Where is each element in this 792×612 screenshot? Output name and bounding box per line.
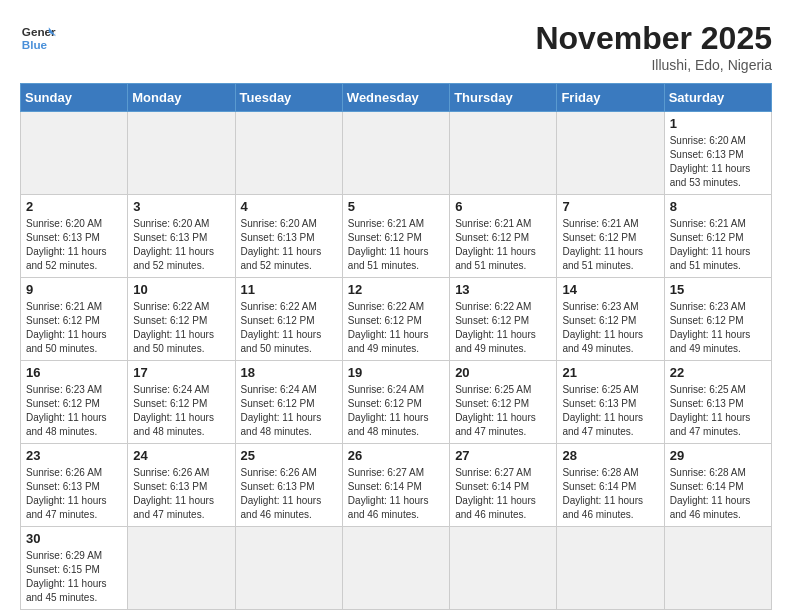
- calendar-day-cell: 20Sunrise: 6:25 AMSunset: 6:12 PMDayligh…: [450, 361, 557, 444]
- day-info: Sunrise: 6:25 AMSunset: 6:13 PMDaylight:…: [562, 383, 658, 439]
- calendar-day-cell: [342, 112, 449, 195]
- day-number: 11: [241, 282, 337, 297]
- day-number: 15: [670, 282, 766, 297]
- day-info: Sunrise: 6:22 AMSunset: 6:12 PMDaylight:…: [241, 300, 337, 356]
- day-info: Sunrise: 6:23 AMSunset: 6:12 PMDaylight:…: [562, 300, 658, 356]
- day-info: Sunrise: 6:22 AMSunset: 6:12 PMDaylight:…: [348, 300, 444, 356]
- calendar-week-row: 2Sunrise: 6:20 AMSunset: 6:13 PMDaylight…: [21, 195, 772, 278]
- day-info: Sunrise: 6:20 AMSunset: 6:13 PMDaylight:…: [670, 134, 766, 190]
- calendar-week-row: 16Sunrise: 6:23 AMSunset: 6:12 PMDayligh…: [21, 361, 772, 444]
- calendar-header-saturday: Saturday: [664, 84, 771, 112]
- day-number: 12: [348, 282, 444, 297]
- calendar-day-cell: [450, 527, 557, 610]
- day-number: 30: [26, 531, 122, 546]
- calendar-day-cell: 9Sunrise: 6:21 AMSunset: 6:12 PMDaylight…: [21, 278, 128, 361]
- location: Illushi, Edo, Nigeria: [535, 57, 772, 73]
- day-info: Sunrise: 6:29 AMSunset: 6:15 PMDaylight:…: [26, 549, 122, 605]
- calendar-header-row: SundayMondayTuesdayWednesdayThursdayFrid…: [21, 84, 772, 112]
- day-number: 17: [133, 365, 229, 380]
- calendar-day-cell: 15Sunrise: 6:23 AMSunset: 6:12 PMDayligh…: [664, 278, 771, 361]
- day-number: 13: [455, 282, 551, 297]
- day-info: Sunrise: 6:21 AMSunset: 6:12 PMDaylight:…: [455, 217, 551, 273]
- day-number: 27: [455, 448, 551, 463]
- day-info: Sunrise: 6:26 AMSunset: 6:13 PMDaylight:…: [241, 466, 337, 522]
- calendar-day-cell: 4Sunrise: 6:20 AMSunset: 6:13 PMDaylight…: [235, 195, 342, 278]
- calendar-day-cell: 21Sunrise: 6:25 AMSunset: 6:13 PMDayligh…: [557, 361, 664, 444]
- calendar-day-cell: [557, 527, 664, 610]
- day-number: 14: [562, 282, 658, 297]
- calendar-day-cell: 7Sunrise: 6:21 AMSunset: 6:12 PMDaylight…: [557, 195, 664, 278]
- day-info: Sunrise: 6:22 AMSunset: 6:12 PMDaylight:…: [133, 300, 229, 356]
- calendar-day-cell: 27Sunrise: 6:27 AMSunset: 6:14 PMDayligh…: [450, 444, 557, 527]
- day-info: Sunrise: 6:26 AMSunset: 6:13 PMDaylight:…: [26, 466, 122, 522]
- calendar-day-cell: 8Sunrise: 6:21 AMSunset: 6:12 PMDaylight…: [664, 195, 771, 278]
- day-number: 9: [26, 282, 122, 297]
- calendar-day-cell: 1Sunrise: 6:20 AMSunset: 6:13 PMDaylight…: [664, 112, 771, 195]
- day-number: 16: [26, 365, 122, 380]
- calendar-day-cell: 19Sunrise: 6:24 AMSunset: 6:12 PMDayligh…: [342, 361, 449, 444]
- day-info: Sunrise: 6:28 AMSunset: 6:14 PMDaylight:…: [670, 466, 766, 522]
- calendar-header-tuesday: Tuesday: [235, 84, 342, 112]
- day-info: Sunrise: 6:21 AMSunset: 6:12 PMDaylight:…: [348, 217, 444, 273]
- day-info: Sunrise: 6:27 AMSunset: 6:14 PMDaylight:…: [455, 466, 551, 522]
- day-number: 21: [562, 365, 658, 380]
- day-number: 19: [348, 365, 444, 380]
- day-info: Sunrise: 6:25 AMSunset: 6:13 PMDaylight:…: [670, 383, 766, 439]
- day-number: 20: [455, 365, 551, 380]
- calendar-day-cell: 25Sunrise: 6:26 AMSunset: 6:13 PMDayligh…: [235, 444, 342, 527]
- day-number: 28: [562, 448, 658, 463]
- calendar-day-cell: 14Sunrise: 6:23 AMSunset: 6:12 PMDayligh…: [557, 278, 664, 361]
- calendar-day-cell: 16Sunrise: 6:23 AMSunset: 6:12 PMDayligh…: [21, 361, 128, 444]
- calendar-day-cell: [235, 112, 342, 195]
- calendar-day-cell: 26Sunrise: 6:27 AMSunset: 6:14 PMDayligh…: [342, 444, 449, 527]
- calendar-day-cell: 12Sunrise: 6:22 AMSunset: 6:12 PMDayligh…: [342, 278, 449, 361]
- day-info: Sunrise: 6:24 AMSunset: 6:12 PMDaylight:…: [133, 383, 229, 439]
- calendar-header-sunday: Sunday: [21, 84, 128, 112]
- calendar-day-cell: 17Sunrise: 6:24 AMSunset: 6:12 PMDayligh…: [128, 361, 235, 444]
- calendar-day-cell: 18Sunrise: 6:24 AMSunset: 6:12 PMDayligh…: [235, 361, 342, 444]
- day-number: 8: [670, 199, 766, 214]
- day-number: 18: [241, 365, 337, 380]
- day-number: 26: [348, 448, 444, 463]
- calendar-day-cell: 10Sunrise: 6:22 AMSunset: 6:12 PMDayligh…: [128, 278, 235, 361]
- day-number: 3: [133, 199, 229, 214]
- calendar-day-cell: 22Sunrise: 6:25 AMSunset: 6:13 PMDayligh…: [664, 361, 771, 444]
- calendar-day-cell: [235, 527, 342, 610]
- day-number: 5: [348, 199, 444, 214]
- calendar-day-cell: [128, 527, 235, 610]
- month-title: November 2025: [535, 20, 772, 57]
- day-number: 23: [26, 448, 122, 463]
- day-info: Sunrise: 6:25 AMSunset: 6:12 PMDaylight:…: [455, 383, 551, 439]
- title-area: November 2025 Illushi, Edo, Nigeria: [535, 20, 772, 73]
- logo: General Blue: [20, 20, 56, 56]
- calendar-week-row: 30Sunrise: 6:29 AMSunset: 6:15 PMDayligh…: [21, 527, 772, 610]
- day-number: 7: [562, 199, 658, 214]
- calendar-day-cell: 24Sunrise: 6:26 AMSunset: 6:13 PMDayligh…: [128, 444, 235, 527]
- calendar-day-cell: [664, 527, 771, 610]
- calendar-week-row: 23Sunrise: 6:26 AMSunset: 6:13 PMDayligh…: [21, 444, 772, 527]
- day-info: Sunrise: 6:22 AMSunset: 6:12 PMDaylight:…: [455, 300, 551, 356]
- calendar-day-cell: [557, 112, 664, 195]
- calendar-day-cell: 30Sunrise: 6:29 AMSunset: 6:15 PMDayligh…: [21, 527, 128, 610]
- day-number: 29: [670, 448, 766, 463]
- day-info: Sunrise: 6:23 AMSunset: 6:12 PMDaylight:…: [26, 383, 122, 439]
- calendar-day-cell: [128, 112, 235, 195]
- day-number: 2: [26, 199, 122, 214]
- calendar-day-cell: [450, 112, 557, 195]
- calendar-day-cell: 5Sunrise: 6:21 AMSunset: 6:12 PMDaylight…: [342, 195, 449, 278]
- day-info: Sunrise: 6:24 AMSunset: 6:12 PMDaylight:…: [348, 383, 444, 439]
- day-info: Sunrise: 6:21 AMSunset: 6:12 PMDaylight:…: [26, 300, 122, 356]
- day-info: Sunrise: 6:23 AMSunset: 6:12 PMDaylight:…: [670, 300, 766, 356]
- day-info: Sunrise: 6:20 AMSunset: 6:13 PMDaylight:…: [241, 217, 337, 273]
- calendar-day-cell: [21, 112, 128, 195]
- day-number: 6: [455, 199, 551, 214]
- day-info: Sunrise: 6:28 AMSunset: 6:14 PMDaylight:…: [562, 466, 658, 522]
- calendar-table: SundayMondayTuesdayWednesdayThursdayFrid…: [20, 83, 772, 610]
- calendar-day-cell: 6Sunrise: 6:21 AMSunset: 6:12 PMDaylight…: [450, 195, 557, 278]
- day-info: Sunrise: 6:20 AMSunset: 6:13 PMDaylight:…: [26, 217, 122, 273]
- logo-icon: General Blue: [20, 20, 56, 56]
- calendar-day-cell: 2Sunrise: 6:20 AMSunset: 6:13 PMDaylight…: [21, 195, 128, 278]
- calendar-header-wednesday: Wednesday: [342, 84, 449, 112]
- calendar-day-cell: 29Sunrise: 6:28 AMSunset: 6:14 PMDayligh…: [664, 444, 771, 527]
- calendar-header-monday: Monday: [128, 84, 235, 112]
